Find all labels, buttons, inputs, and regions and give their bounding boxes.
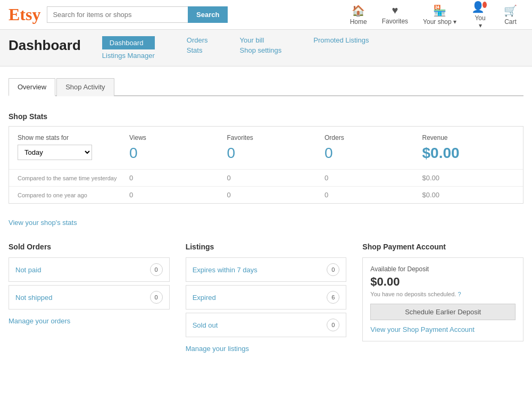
stats-header-row: Show me stats for Today Yesterday Last 7…	[9, 127, 523, 170]
revenue-label: Revenue	[422, 134, 510, 141]
user-icon: 👤	[471, 1, 489, 13]
comparison-row-year: Compared to one year ago 0 0 0 $0.00	[9, 187, 523, 203]
cart-icon: 🛒	[504, 4, 517, 17]
payment-note-link[interactable]: ?	[458, 291, 461, 297]
nav-favorites-label: Favorites	[382, 18, 408, 25]
comparison-yesterday-label: Compared to the same time yesterday	[18, 175, 124, 181]
header: Etsy Search 🏠 Home ♥ Favorites 🏪 Your sh…	[0, 0, 532, 30]
search-input[interactable]	[47, 6, 188, 23]
bottom-grid: Sold Orders Not paid 0 Not shipped 0 Man…	[9, 243, 523, 353]
payment-note-text: You have no deposits scheduled.	[370, 291, 456, 297]
nav-stats[interactable]: Stats	[187, 46, 208, 54]
notification-badge	[483, 2, 487, 8]
search-button[interactable]: Search	[188, 6, 228, 23]
expired-link[interactable]: Expired	[193, 294, 216, 302]
top-nav: 🏠 Home ♥ Favorites 🏪 Your shop ▾ 👤 You ▾…	[344, 0, 523, 31]
stats-dropdown[interactable]: Today Yesterday Last 7 days Last 30 days	[18, 145, 124, 160]
expires-7days-link[interactable]: Expires within 7 days	[193, 266, 257, 274]
nav-favorites[interactable]: ♥ Favorites	[376, 2, 414, 27]
view-stats-link[interactable]: View your shop's stats	[9, 219, 77, 227]
payment-col: Shop Payment Account Available for Depos…	[362, 243, 523, 353]
tabs: Overview Shop Activity	[9, 77, 523, 96]
nav-you-label: You	[475, 14, 485, 22]
nav-your-shop[interactable]: 🏪 Your shop ▾	[417, 2, 463, 28]
etsy-logo[interactable]: Etsy	[9, 5, 40, 24]
tab-shop-activity[interactable]: Shop Activity	[56, 78, 114, 96]
nav-orders[interactable]: Orders	[187, 36, 208, 44]
views-value: 0	[129, 145, 217, 162]
not-shipped-badge: 0	[150, 291, 163, 304]
show-me-stats-label: Show me stats for	[18, 134, 124, 141]
nav-your-shop-label: Your shop ▾	[423, 18, 456, 26]
nav-shop-settings[interactable]: Shop settings	[240, 46, 282, 54]
shop-stats-title: Shop Stats	[9, 112, 523, 121]
sold-orders-col: Sold Orders Not paid 0 Not shipped 0 Man…	[9, 243, 170, 353]
not-paid-badge: 0	[150, 263, 163, 276]
not-shipped-row: Not shipped 0	[9, 285, 170, 310]
listings-title: Listings	[186, 243, 347, 251]
stats-period-select[interactable]: Today Yesterday Last 7 days Last 30 days	[18, 145, 92, 160]
nav-dashboard[interactable]: Dashboard	[102, 36, 155, 49]
payment-note: You have no deposits scheduled. ?	[370, 291, 516, 297]
tab-overview[interactable]: Overview	[9, 78, 55, 96]
sub-nav-links: Dashboard Listings Manager Orders Stats …	[102, 36, 369, 60]
payment-title: Shop Payment Account	[362, 243, 523, 251]
nav-listings-manager[interactable]: Listings Manager	[102, 52, 155, 60]
comparison-year-label: Compared to one year ago	[18, 192, 124, 198]
page-title: Dashboard	[9, 36, 81, 54]
sub-nav-col-1: Dashboard Listings Manager	[102, 36, 155, 60]
payment-amount: $0.00	[370, 275, 516, 289]
nav-home-label: Home	[350, 18, 367, 26]
expires-7days-badge: 0	[327, 263, 339, 276]
available-label: Available for Deposit	[370, 265, 516, 273]
sub-nav: Dashboard Dashboard Listings Manager Ord…	[0, 30, 532, 66]
view-payment-link[interactable]: View your Shop Payment Account	[370, 325, 516, 333]
heart-icon: ♥	[392, 4, 398, 16]
payment-card: Available for Deposit $0.00 You have no …	[362, 257, 523, 341]
main-content: Overview Shop Activity Shop Stats Show m…	[0, 66, 532, 363]
comp-year-views: 0	[124, 191, 222, 199]
sub-nav-col-4: Promoted Listings	[313, 36, 369, 44]
sold-out-badge: 0	[327, 319, 339, 331]
favorites-value: 0	[227, 145, 314, 162]
nav-you[interactable]: 👤 You ▾	[465, 0, 495, 31]
comp-yesterday-favs: 0	[222, 174, 320, 182]
expires-7days-row: Expires within 7 days 0	[186, 257, 347, 282]
home-icon: 🏠	[352, 4, 365, 17]
not-paid-row: Not paid 0	[9, 257, 170, 282]
manage-orders-link[interactable]: Manage your orders	[9, 317, 70, 325]
sold-out-row: Sold out 0	[186, 313, 347, 337]
comp-year-favs: 0	[222, 191, 320, 199]
sold-out-link[interactable]: Sold out	[193, 321, 218, 329]
nav-home[interactable]: 🏠 Home	[344, 2, 373, 28]
comparison-row-yesterday: Compared to the same time yesterday 0 0 …	[9, 170, 523, 187]
nav-cart-label: Cart	[504, 18, 517, 26]
sub-nav-col-2: Orders Stats	[187, 36, 208, 54]
search-bar: Search	[47, 6, 228, 23]
schedule-deposit-button[interactable]: Schedule Earlier Deposit	[370, 304, 516, 320]
comp-year-revenue: $0.00	[417, 191, 515, 199]
expired-row: Expired 6	[186, 285, 347, 310]
manage-listings-link[interactable]: Manage your listings	[186, 345, 249, 353]
comp-yesterday-revenue: $0.00	[417, 174, 515, 182]
views-label: Views	[129, 134, 217, 141]
not-paid-link[interactable]: Not paid	[15, 266, 41, 274]
not-shipped-link[interactable]: Not shipped	[15, 294, 52, 302]
comp-yesterday-views: 0	[124, 174, 222, 182]
shop-stats-card: Show me stats for Today Yesterday Last 7…	[9, 126, 523, 204]
revenue-value: $0.00	[422, 145, 510, 162]
stats-label-col: Show me stats for Today Yesterday Last 7…	[18, 134, 124, 160]
listings-col: Listings Expires within 7 days 0 Expired…	[186, 243, 347, 353]
sub-nav-col-3: Your bill Shop settings	[240, 36, 282, 54]
nav-promoted-listings[interactable]: Promoted Listings	[313, 36, 369, 44]
shop-icon: 🏪	[433, 4, 446, 17]
comp-yesterday-orders: 0	[319, 174, 417, 182]
nav-cart[interactable]: 🛒 Cart	[497, 2, 523, 28]
stats-col-revenue: Revenue $0.00	[417, 134, 515, 162]
stats-col-orders: Orders 0	[319, 134, 417, 162]
nav-your-bill[interactable]: Your bill	[240, 36, 282, 44]
favorites-label: Favorites	[227, 134, 314, 141]
expired-badge: 6	[327, 291, 339, 304]
stats-col-favorites: Favorites 0	[222, 134, 320, 162]
comp-year-orders: 0	[319, 191, 417, 199]
